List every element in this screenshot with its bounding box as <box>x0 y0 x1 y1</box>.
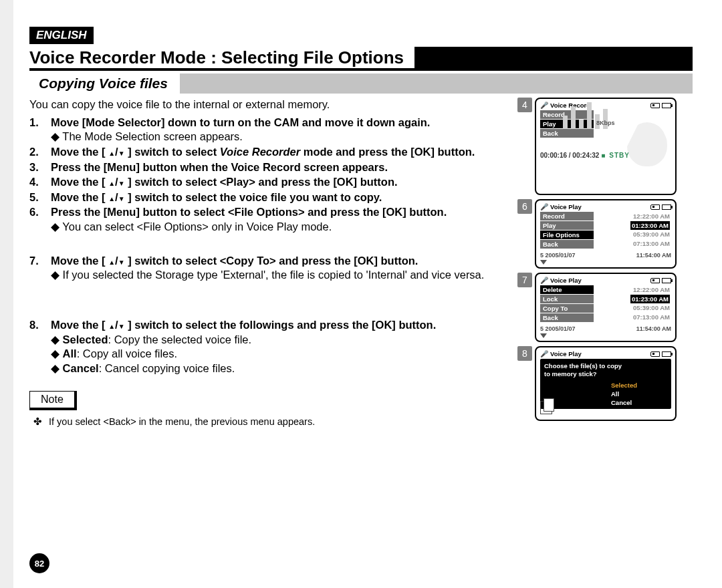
chevron-down-icon <box>540 333 547 338</box>
menu-item: Record <box>540 212 594 220</box>
step-main: Move the [ / ] switch to select the foll… <box>51 319 436 331</box>
option-item: Cancel <box>611 398 667 407</box>
mic-icon: 🎤 <box>540 102 548 109</box>
mic-icon: 🎤 <box>540 203 548 210</box>
menu-item: Back <box>540 313 594 322</box>
menu-item: Copy To <box>540 304 594 313</box>
chevron-down-icon <box>540 260 547 265</box>
menu-item: Back <box>540 129 594 138</box>
memory-card-icon <box>650 351 660 357</box>
head-silhouette-icon <box>627 122 667 166</box>
up-arrow-icon <box>108 254 115 268</box>
down-arrow-icon <box>118 254 125 268</box>
dialog-options: Selected All Cancel <box>611 381 667 407</box>
down-arrow-icon <box>118 318 125 332</box>
step-main: Press the [Menu] button to select <File … <box>51 206 447 218</box>
screen-step-badge: 7 <box>517 273 532 287</box>
step-number: 4. <box>29 175 51 189</box>
device-screen-6: 6 🎤 Voice Play Record Play File Options … <box>535 199 690 269</box>
note-label: Note <box>29 391 77 410</box>
step-7: 7. Move the [ / ] switch to select <Copy… <box>29 254 524 282</box>
screen-title: Voice Play <box>550 277 582 284</box>
step-4: 4. Move the [ / ] switch to select <Play… <box>29 175 524 189</box>
device-screens-column: 4 🎤 Voice Record Record <box>535 98 690 428</box>
screen-step-badge: 8 <box>517 346 532 361</box>
mic-icon: 🎤 <box>540 277 548 284</box>
screen-menu: Delete Lock Copy To Back <box>540 285 594 322</box>
step-8: 8. Move the [ / ] switch to select the f… <box>29 318 524 376</box>
status-line: 5 2005/01/07 11:54:00 AM <box>540 252 671 259</box>
menu-item: Play <box>540 221 594 230</box>
step-5: 5. Move the [ / ] switch to select the v… <box>29 190 524 204</box>
memory-card-icon <box>650 103 660 108</box>
step-main: Move [Mode Selector] down to turn on the… <box>51 116 430 128</box>
mic-icon: 🎤 <box>540 350 548 357</box>
title-bar: Voice Recorder Mode : Selecting File Opt… <box>29 47 693 71</box>
step-main: Move the [ / ] switch to select <Copy To… <box>51 255 418 267</box>
step-sub: All: Copy all voice files. <box>51 347 524 361</box>
screen-title: Voice Play <box>550 203 582 210</box>
status-line: 5 2005/01/07 11:54:00 AM <box>540 325 671 332</box>
step-main: Move the [ / ] switch to select the voic… <box>51 191 382 203</box>
language-badge: ENGLISH <box>29 27 94 44</box>
step-number: 2. <box>29 145 51 159</box>
intro-text: You can copy the voice file to the inter… <box>29 98 524 112</box>
step-sub: The Mode Selection screen appears. <box>51 130 524 144</box>
screen-title: Voice Play <box>550 350 582 357</box>
page-title: Voice Recorder Mode : Selecting File Opt… <box>29 47 414 68</box>
step-number: 8. <box>29 318 51 376</box>
battery-icon <box>662 204 671 210</box>
time-list: 12:22:00 AM 01:23:00 AM 05:39:00 AM 07:1… <box>630 212 670 248</box>
down-arrow-icon <box>118 190 125 204</box>
step-sub: Cancel: Cancel copying voice files. <box>51 361 524 376</box>
step-number: 6. <box>29 205 51 233</box>
memory-card-icon <box>650 204 660 210</box>
option-item: All <box>611 390 667 398</box>
step-main: Press the [Menu] button when the Voice R… <box>51 161 388 173</box>
step-sub: You can select <File Options> only in Vo… <box>51 220 524 234</box>
step-sub: If you selected the Storage type 'Extern… <box>51 268 524 282</box>
step-main: Move the [ / ] switch to select <Play> a… <box>51 176 398 188</box>
menu-item: Back <box>540 240 594 249</box>
step-number: 1. <box>29 116 51 144</box>
down-arrow-icon <box>118 175 125 189</box>
up-arrow-icon <box>108 318 115 332</box>
battery-icon <box>662 351 671 357</box>
steps-list: 1. Move [Mode Selector] down to turn on … <box>29 116 524 234</box>
up-arrow-icon <box>108 145 115 159</box>
menu-item-selected: Delete <box>540 285 594 294</box>
screen-step-badge: 6 <box>517 199 532 214</box>
copy-icon <box>540 401 552 414</box>
step-2: 2. Move the [ / ] switch to select Voice… <box>29 145 524 159</box>
page-gutter-left <box>0 0 13 588</box>
step-1: 1. Move [Mode Selector] down to turn on … <box>29 116 524 144</box>
step-number: 3. <box>29 160 51 174</box>
step-6: 6. Press the [Menu] button to select <Fi… <box>29 205 524 233</box>
step-3: 3. Press the [Menu] button when the Voic… <box>29 160 524 174</box>
menu-item: Lock <box>540 295 594 303</box>
instruction-column: You can copy the voice file to the inter… <box>29 98 524 428</box>
bitrate-label: 8Kbps <box>596 120 615 126</box>
battery-icon <box>662 103 671 108</box>
subheading: Copying Voice files <box>29 74 180 94</box>
option-selected: Selected <box>611 381 667 390</box>
down-arrow-icon <box>118 145 125 159</box>
note-text: If you select <Back> in the menu, the pr… <box>29 416 524 428</box>
page-number-badge: 82 <box>29 553 49 573</box>
device-screen-7: 7 🎤 Voice Play Delete Lock Copy To Back <box>535 273 690 342</box>
screen-menu: Record Play File Options Back <box>540 212 594 249</box>
up-arrow-icon <box>108 175 115 189</box>
subheading-bar: Copying Voice files <box>29 74 693 94</box>
menu-item-selected: File Options <box>540 231 594 239</box>
memory-card-icon <box>650 278 660 283</box>
battery-icon <box>662 278 671 283</box>
device-screen-8: 8 🎤 Voice Play Choose the file(s) to cop… <box>535 346 690 421</box>
step-number: 7. <box>29 254 51 282</box>
up-arrow-icon <box>108 190 115 204</box>
step-main: Move the [ / ] switch to select Voice Re… <box>51 146 475 158</box>
step-sub: Selected: Copy the selected voice file. <box>51 333 524 347</box>
device-screen-4: 4 🎤 Voice Record Record <box>535 98 690 195</box>
time-list: 12:22:00 AM 01:23:00 AM 05:39:00 AM 07:1… <box>630 285 670 321</box>
step-number: 5. <box>29 190 51 204</box>
dialog-prompt: Choose the file(s) to copy to memory sti… <box>544 361 667 380</box>
